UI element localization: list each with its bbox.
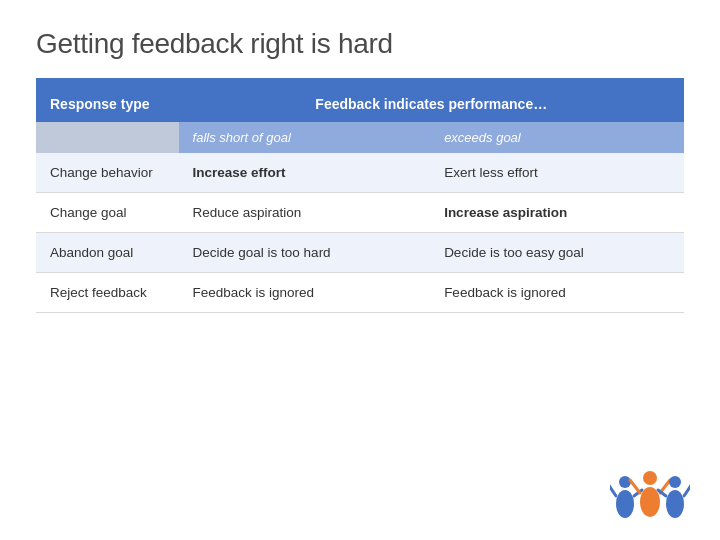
- row-col3: Decide is too easy goal: [430, 233, 684, 273]
- svg-point-8: [669, 476, 681, 488]
- row-col3: Increase aspiration: [430, 193, 684, 233]
- svg-line-11: [684, 484, 690, 496]
- table-row: Change goalReduce aspirationIncrease asp…: [36, 193, 684, 233]
- row-col1: Change behavior: [36, 153, 179, 193]
- row-col2: Increase effort: [179, 153, 431, 193]
- subheader-col3: exceeds goal: [430, 122, 684, 153]
- people-svg: [610, 468, 690, 528]
- table-body: Change behaviorIncrease effortExert less…: [36, 153, 684, 313]
- svg-line-6: [630, 480, 640, 493]
- row-col3: Exert less effort: [430, 153, 684, 193]
- row-col2: Feedback is ignored: [179, 273, 431, 313]
- row-col1: Abandon goal: [36, 233, 179, 273]
- svg-line-2: [610, 484, 616, 496]
- col2-header: Feedback indicates performance…: [179, 86, 684, 122]
- svg-point-9: [666, 490, 684, 518]
- people-icon: [610, 468, 690, 528]
- subheader-col1: [36, 122, 179, 153]
- svg-point-5: [640, 487, 660, 517]
- table-row: Change behaviorIncrease effortExert less…: [36, 153, 684, 193]
- row-col3: Feedback is ignored: [430, 273, 684, 313]
- header-row: Response type Feedback indicates perform…: [36, 86, 684, 122]
- subheader-row: falls short of goal exceeds goal: [36, 122, 684, 153]
- row-col1: Reject feedback: [36, 273, 179, 313]
- blue-bar: [36, 78, 684, 86]
- row-col2: Reduce aspiration: [179, 193, 431, 233]
- col1-header: Response type: [36, 86, 179, 122]
- svg-point-4: [643, 471, 657, 485]
- subheader-col2: falls short of goal: [179, 122, 431, 153]
- page-title: Getting feedback right is hard: [36, 28, 684, 60]
- row-col1: Change goal: [36, 193, 179, 233]
- table-row: Abandon goalDecide goal is too hardDecid…: [36, 233, 684, 273]
- feedback-table: Response type Feedback indicates perform…: [36, 86, 684, 313]
- row-col2: Decide goal is too hard: [179, 233, 431, 273]
- svg-point-0: [619, 476, 631, 488]
- svg-point-1: [616, 490, 634, 518]
- table-row: Reject feedbackFeedback is ignoredFeedba…: [36, 273, 684, 313]
- page: Getting feedback right is hard Response …: [0, 0, 720, 540]
